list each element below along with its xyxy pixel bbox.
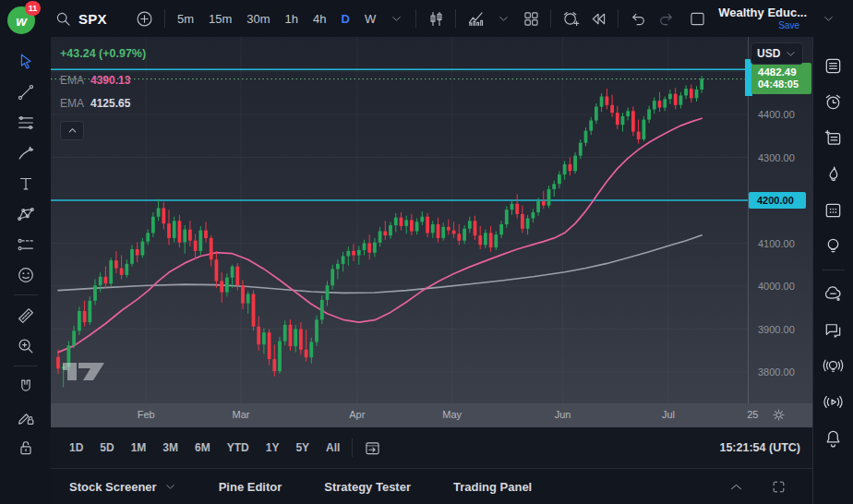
price-label: 3900.00 <box>758 324 795 335</box>
chart-pane[interactable]: +43.24 (+0.97%) EMA 4390.13 EMA 4125.65 <box>51 37 748 403</box>
timeframe-W[interactable]: W <box>358 8 382 30</box>
compare-add-symbol-button[interactable] <box>131 5 159 32</box>
divider <box>618 9 619 28</box>
time-label: May <box>442 409 462 420</box>
emoji-icon <box>16 265 36 285</box>
tool-zoom-in[interactable] <box>10 330 42 361</box>
layout-name-menu[interactable]: Wealthy Educ... Save <box>718 6 807 30</box>
indicator-value: 4125.65 <box>90 98 130 109</box>
chart-settings-gear-icon[interactable] <box>770 406 787 424</box>
timeframe-15m[interactable]: 15m <box>202 8 238 30</box>
create-alert-button[interactable] <box>557 5 584 32</box>
time-label: Feb <box>138 409 155 420</box>
legend-collapse-button[interactable] <box>60 121 84 140</box>
tool-lock-all[interactable] <box>10 432 42 462</box>
indicators-dropdown-button[interactable] <box>489 5 517 32</box>
chart-style-button[interactable] <box>422 5 450 32</box>
divider <box>823 270 845 270</box>
bar-replay-button[interactable] <box>584 5 612 32</box>
timeframe-5m[interactable]: 5m <box>171 8 200 30</box>
sidebar-item-watchlist[interactable] <box>818 48 849 84</box>
tool-trend-line[interactable] <box>10 77 42 107</box>
chevron-down-icon <box>785 48 797 60</box>
save-link[interactable]: Save <box>778 20 799 30</box>
tab-pine-editor[interactable]: Pine Editor <box>219 480 282 494</box>
range-6M[interactable]: 6M <box>188 437 217 459</box>
time-axis[interactable]: FebMarAprMayJunJul25 <box>51 403 812 427</box>
sidebar-item-journal[interactable] <box>818 120 849 156</box>
indicator-legend-ema-fast[interactable]: EMA 4390.13 <box>60 75 146 86</box>
sidebar-item-streams[interactable] <box>818 384 849 420</box>
range-5Y[interactable]: 5Y <box>289 437 316 459</box>
time-label: Jun <box>555 409 571 420</box>
tab-trading-panel[interactable]: Trading Panel <box>453 480 532 494</box>
indicator-legend-ema-slow[interactable]: EMA 4125.65 <box>60 98 146 109</box>
tool-fib-retracement[interactable] <box>10 107 42 138</box>
panel-tabs: Stock ScreenerPine EditorStrategy Tester… <box>69 480 532 494</box>
range-5D[interactable]: 5D <box>93 437 120 459</box>
sidebar-item-alerts[interactable] <box>818 84 849 120</box>
sidebar-item-calendar[interactable] <box>818 192 849 228</box>
top-toolbar: w 11 SPX 5m15m30m1h4hDW Wealthy Educ... … <box>0 0 853 37</box>
sidebar-item-notifications[interactable] <box>818 420 849 456</box>
layout-templates-button[interactable] <box>517 5 545 32</box>
tab-strategy-tester[interactable]: Strategy Tester <box>324 480 411 494</box>
tool-forecast[interactable] <box>10 229 42 259</box>
go-to-date-button[interactable] <box>358 434 386 462</box>
time-label: 25 <box>747 409 758 420</box>
chevron-down-icon <box>823 13 835 25</box>
timeframe-4h[interactable]: 4h <box>306 8 332 30</box>
divider <box>455 9 456 28</box>
sidebar-item-ideas[interactable] <box>818 228 849 264</box>
currency-label: USD <box>757 47 780 60</box>
maximize-panel-button[interactable] <box>764 473 792 500</box>
maximize-icon <box>771 479 787 495</box>
sidebar-item-hotlists[interactable] <box>818 156 849 192</box>
timeframe-30m[interactable]: 30m <box>240 8 276 30</box>
tab-stock-screener[interactable]: Stock Screener <box>69 480 176 494</box>
streams-icon <box>823 391 844 413</box>
range-1M[interactable]: 1M <box>125 437 153 459</box>
currency-dropdown[interactable]: USD <box>751 42 803 65</box>
layout-dropdown-button[interactable] <box>814 5 842 32</box>
expand-panel-button[interactable] <box>722 473 750 500</box>
redo-button[interactable] <box>652 5 679 32</box>
symbol-search[interactable]: SPX <box>54 9 107 29</box>
tool-text[interactable] <box>10 168 42 198</box>
range-1D[interactable]: 1D <box>63 437 90 459</box>
range-YTD[interactable]: YTD <box>221 437 256 459</box>
layout-square-icon <box>688 9 707 29</box>
chats-icon <box>823 283 844 305</box>
sidebar-item-messages[interactable] <box>818 312 849 348</box>
indicator-name: EMA <box>60 98 84 109</box>
candlestick-chart[interactable] <box>51 37 748 403</box>
price-axis[interactable]: 4482.49 04:48:05 USD 4400.004300.004200.… <box>748 37 812 403</box>
date-range-row: 1D5D1M3M6MYTD1Y5YAll <box>63 437 346 459</box>
candlestick-style-icon <box>426 9 446 29</box>
range-3M[interactable]: 3M <box>156 437 185 459</box>
tool-xabcd-pattern[interactable] <box>10 198 42 229</box>
indicators-button[interactable] <box>462 5 489 32</box>
sidebar-item-ideas-live[interactable] <box>818 348 849 384</box>
save-layout-button[interactable] <box>683 5 711 32</box>
tool-drawing-lock[interactable] <box>10 402 42 432</box>
undo-button[interactable] <box>624 5 652 32</box>
timeframe-dropdown-button[interactable] <box>382 5 410 32</box>
app-logo[interactable]: w 11 <box>7 3 39 34</box>
drawing-toolbar <box>0 37 51 504</box>
timeframe-1h[interactable]: 1h <box>279 8 305 30</box>
range-All[interactable]: All <box>319 437 346 459</box>
sidebar-item-chats[interactable] <box>818 276 849 312</box>
magnet-icon <box>16 377 36 397</box>
last-price-badge: 4482.49 04:48:05 <box>751 63 811 94</box>
tool-magnet[interactable] <box>10 371 42 402</box>
timeframe-D[interactable]: D <box>335 8 356 30</box>
tool-brush[interactable] <box>10 138 42 168</box>
undo-icon <box>629 9 648 29</box>
tool-ruler[interactable] <box>10 300 42 330</box>
range-1Y[interactable]: 1Y <box>259 437 286 459</box>
text-icon <box>16 174 36 194</box>
tool-emoji[interactable] <box>10 259 42 290</box>
tool-cursor[interactable] <box>10 46 42 77</box>
utc-clock[interactable]: 15:21:54 (UTC) <box>719 441 800 454</box>
